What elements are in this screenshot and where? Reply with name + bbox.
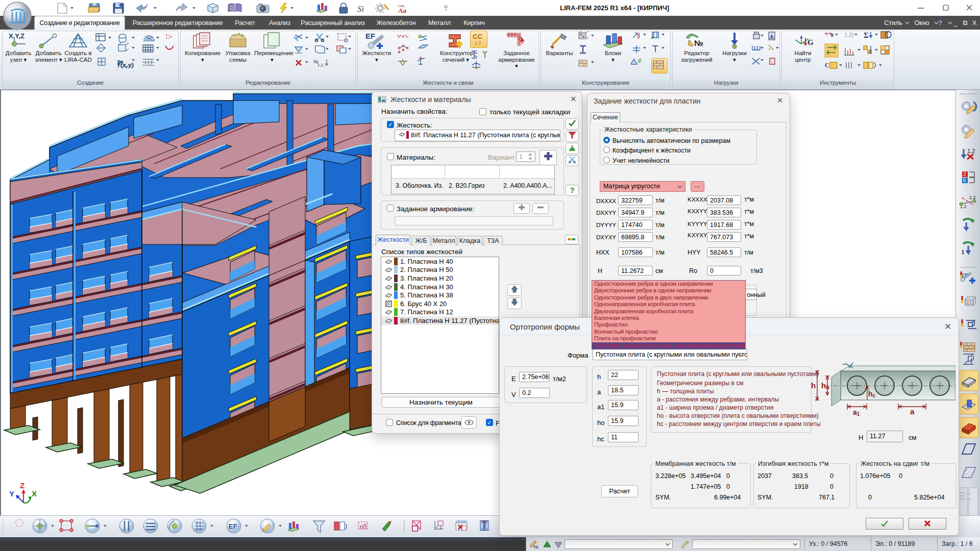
- svg-text:CC: CC: [473, 33, 482, 40]
- svg-text:№: №: [533, 544, 538, 549]
- svg-text:Aa: Aa: [398, 7, 406, 14]
- svg-text:1.2: 1.2: [969, 195, 976, 200]
- svg-text:a1: a1: [853, 408, 860, 417]
- svg-text:№: №: [694, 39, 703, 47]
- svg-text:1,2: 1,2: [967, 148, 975, 154]
- svg-text:X: X: [32, 489, 37, 498]
- svg-text:1: 1: [961, 248, 965, 256]
- svg-text:G: G: [807, 38, 814, 46]
- svg-text:1.2): 1.2): [844, 32, 854, 38]
- svg-text:X,Y,Z: X,Y,Z: [9, 32, 24, 40]
- svg-text:EF: EF: [365, 32, 375, 40]
- svg-text:Z: Z: [20, 481, 24, 490]
- svg-text:ho: ho: [821, 381, 829, 390]
- svg-text:1,2..: 1,2..: [317, 63, 326, 67]
- svg-text:h: h: [811, 381, 816, 390]
- svg-text:a: a: [910, 407, 915, 416]
- svg-text:Y: Y: [9, 489, 14, 498]
- svg-text:1 2: 1 2: [475, 40, 481, 45]
- svg-text:EF: EF: [229, 522, 237, 530]
- svg-text:C: C: [825, 62, 829, 69]
- svg-text:Si: Si: [357, 4, 364, 14]
- svg-text:Σ: Σ: [864, 31, 869, 39]
- svg-text:6: 6: [963, 178, 966, 183]
- svg-text:2: 2: [963, 171, 966, 177]
- svg-text:z=f(x,y): z=f(x,y): [117, 60, 134, 68]
